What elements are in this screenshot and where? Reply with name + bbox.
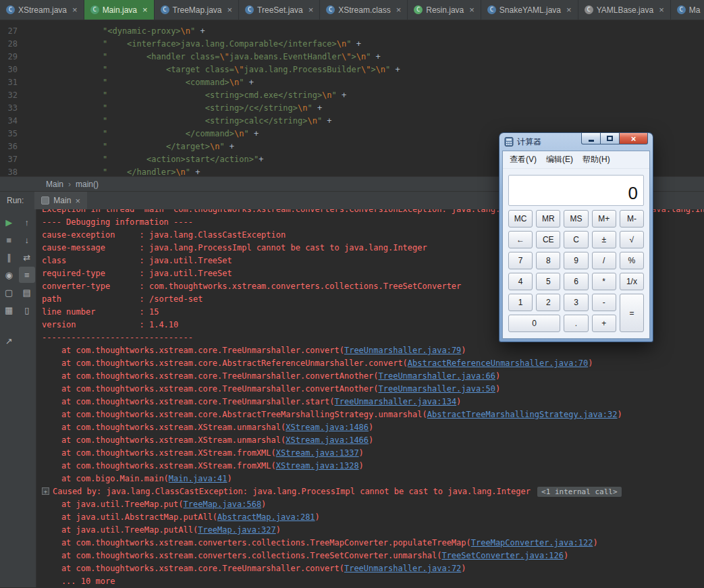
down-arrow-icon[interactable]: ↓ (19, 232, 35, 248)
calc-button-0[interactable]: 0 (508, 315, 560, 332)
expand-icon[interactable]: + (42, 487, 49, 495)
calc-button-decimal[interactable]: . (564, 315, 588, 332)
calc-button-1[interactable]: 1 (508, 294, 533, 311)
stack-trace-link[interactable]: AbstractMap.java:281 (217, 512, 315, 522)
calc-button-5[interactable]: 5 (536, 273, 560, 290)
up-arrow-icon[interactable]: ↑ (19, 214, 35, 230)
calc-button-reciprocal[interactable]: 1/x (620, 273, 644, 290)
line-number: 29 (0, 51, 27, 63)
line-number: 36 (0, 140, 27, 153)
calc-button-add[interactable]: + (592, 315, 616, 332)
breadcrumb-item-method[interactable]: main() (76, 180, 99, 189)
calc-button-sqrt[interactable]: √ (620, 231, 644, 248)
class-icon: C (326, 5, 335, 14)
stack-trace-link[interactable]: TreeUnmarshaller.java:50 (379, 384, 495, 394)
stack-trace-link[interactable]: TreeUnmarshaller.java:134 (334, 397, 456, 406)
calc-button-memory-add[interactable]: M+ (592, 210, 616, 228)
stack-trace-link[interactable]: TreeUnmarshaller.java:79 (344, 346, 461, 355)
stack-frame-line: at com.thoughtworks.xstream.core.TreeUnm… (42, 370, 704, 383)
menu-item-help[interactable]: 帮助(H) (578, 153, 614, 167)
calc-button-memory-recall[interactable]: MR (536, 210, 560, 228)
close-icon[interactable]: × (308, 5, 314, 14)
swap-icon[interactable]: ⇄ (19, 249, 35, 265)
stop-icon[interactable]: ■ (1, 232, 17, 248)
pause-icon[interactable]: ∥ (1, 249, 17, 265)
run-tab-main[interactable]: Main × (34, 192, 87, 209)
calculator-window[interactable]: 计算器 × 查看(V) 编辑(E) 帮助(H) 0 MCMRMSM+M-←CEC… (499, 133, 653, 342)
calc-button-3[interactable]: 3 (564, 294, 588, 311)
code-line: 32" <string>cmd.exe</string>\n" + (0, 89, 704, 102)
calc-button-2[interactable]: 2 (536, 294, 560, 311)
stack-trace-link[interactable]: AbstractTreeMarshallingStrategy.java:32 (427, 410, 618, 419)
close-icon[interactable]: × (75, 196, 80, 205)
calc-button-clear[interactable]: C (564, 231, 588, 248)
screenshot-icon[interactable]: ◉ (1, 267, 17, 283)
stack-trace-link[interactable]: TreeUnmarshaller.java:66 (379, 371, 495, 381)
editor-tab-ma[interactable]: CMa× (671, 0, 704, 20)
calc-button-4[interactable]: 4 (508, 273, 533, 290)
frame-icon[interactable]: ▢ (1, 284, 17, 300)
code-line: 29" <handler class=\"java.beans.EventHan… (0, 51, 704, 63)
stack-trace-link[interactable]: XStream.java:1328 (276, 461, 359, 471)
print-icon[interactable]: ▤ (19, 284, 35, 300)
class-icon: C (487, 5, 496, 14)
editor-tab-snakeyaml-java[interactable]: CSnakeYAML.java× (481, 0, 578, 20)
calc-button-percent[interactable]: % (620, 252, 644, 269)
stack-trace-link[interactable]: XStream.java:1466 (286, 435, 369, 445)
stack-trace-link[interactable]: TreeMap.java:568 (184, 500, 262, 509)
calc-button-memory-subtract[interactable]: M- (620, 210, 644, 228)
calc-button-equals[interactable]: = (620, 294, 644, 332)
calc-button-7[interactable]: 7 (508, 252, 533, 269)
menu-item-edit[interactable]: 编辑(E) (542, 153, 577, 167)
close-icon[interactable]: × (396, 5, 402, 14)
calc-button-6[interactable]: 6 (564, 273, 588, 290)
calc-button-negate[interactable]: ± (592, 231, 616, 248)
tab-label: Ma (689, 5, 701, 15)
editor-tab-yamlbase-java[interactable]: CYAMLBase.java× (578, 0, 671, 20)
close-icon[interactable]: × (227, 5, 233, 14)
close-icon[interactable]: × (72, 5, 78, 14)
menu-item-view[interactable]: 查看(V) (506, 153, 541, 167)
calc-button-divide[interactable]: / (592, 252, 616, 269)
calc-button-memory-clear[interactable]: MC (508, 210, 533, 228)
line-number: 34 (0, 115, 27, 128)
internal-calls-badge[interactable]: <1 internal call> (537, 487, 622, 497)
trash-icon[interactable]: ▯ (19, 302, 35, 318)
stack-trace-link[interactable]: TreeUnmarshaller.java:72 (344, 564, 461, 573)
pin-arrow-icon[interactable]: ↗ (1, 333, 17, 349)
close-icon[interactable]: × (142, 5, 148, 14)
close-button[interactable]: × (619, 133, 648, 144)
editor-tab-treemap-java[interactable]: CTreeMap.java× (155, 0, 240, 20)
close-icon[interactable]: × (659, 5, 664, 14)
close-icon[interactable]: × (469, 5, 475, 14)
calculator-title-bar[interactable]: 计算器 × (502, 133, 650, 151)
grid-icon[interactable]: ▦ (1, 302, 17, 318)
stack-trace-link[interactable]: Main.java:41 (169, 474, 227, 483)
editor-tab-treeset-java[interactable]: CTreeSet.java× (239, 0, 320, 20)
editor-tab-xstream-class[interactable]: CXStream.class× (320, 0, 408, 20)
stack-trace-link[interactable]: TreeMapConverter.java:122 (471, 538, 593, 547)
stack-trace-link[interactable]: XStream.java:1337 (276, 448, 359, 458)
calc-button-9[interactable]: 9 (564, 252, 588, 269)
editor-tab-main-java[interactable]: CMain.java× (84, 0, 155, 20)
maximize-button[interactable] (600, 133, 620, 144)
stack-trace-link[interactable]: AbstractReferenceUnmarshaller.java:70 (408, 358, 588, 368)
close-icon[interactable]: × (566, 5, 572, 14)
editor-tab-xstream-java[interactable]: CXStream.java× (0, 0, 84, 20)
breadcrumb-item-class[interactable]: Main (46, 180, 63, 189)
settings-icon[interactable]: ≡ (19, 267, 35, 283)
calc-button-memory-store[interactable]: MS (564, 210, 588, 228)
minimize-button[interactable] (581, 133, 601, 144)
stack-trace-link[interactable]: TreeMap.java:327 (198, 525, 276, 535)
calc-button-8[interactable]: 8 (536, 252, 560, 269)
stack-trace-link[interactable]: XStream.java:1486 (286, 423, 369, 432)
calc-button-subtract[interactable]: - (592, 294, 616, 311)
calculator-display: 0 (508, 175, 644, 206)
editor-tab-resin-java[interactable]: CResin.java× (408, 0, 481, 20)
run-toolbar-col1: ▶■∥◉▢▦↗ (0, 213, 18, 587)
calc-button-clear-entry[interactable]: CE (536, 231, 560, 248)
rerun-icon[interactable]: ▶ (1, 214, 17, 230)
calc-button-backspace[interactable]: ← (508, 231, 533, 248)
stack-trace-link[interactable]: TreeSetConverter.java:126 (441, 551, 564, 560)
calc-button-multiply[interactable]: * (592, 273, 616, 290)
